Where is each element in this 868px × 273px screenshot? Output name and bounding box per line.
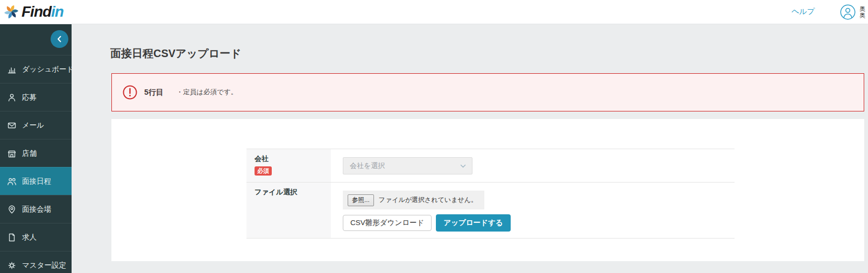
- app-logo[interactable]: Findin: [3, 3, 63, 20]
- sidebar-item-label: 応募: [22, 93, 37, 102]
- alert-message: ・定員は必須です。: [177, 88, 237, 97]
- map-pin-icon: [7, 205, 17, 214]
- logo-wordmark: Findin: [22, 4, 63, 19]
- gear-icon: [7, 261, 17, 270]
- company-select-placeholder: 会社を選択: [350, 161, 385, 171]
- sidebar-item-applications[interactable]: 応募: [0, 83, 72, 111]
- sidebar-item-dashboard[interactable]: ダッシュボード: [0, 55, 72, 83]
- company-field-row: 会社 必須 会社を選択: [246, 149, 735, 182]
- file-field-row: ファイル選択 参照... ファイルが選択されていません。 CSV雛形ダウンロード…: [246, 182, 735, 238]
- sidebar-nav: ダッシュボード 応募 メール 店舗 面接日程 面接会場: [0, 24, 72, 273]
- sidebar-item-interview-venue[interactable]: 面接会場: [0, 195, 72, 223]
- upload-form-card: 会社 必須 会社を選択 ファイル選択: [111, 119, 864, 261]
- file-input[interactable]: 参照... ファイルが選択されていません。: [343, 191, 484, 209]
- required-badge: 必須: [255, 166, 272, 176]
- upload-form-table: 会社 必須 会社を選択 ファイル選択: [246, 149, 735, 239]
- sidebar-item-label: 求人: [22, 233, 37, 242]
- alert-row-label: 5行目: [144, 88, 164, 97]
- user-name[interactable]: 奥 奥: [859, 5, 868, 18]
- sidebar-item-mail[interactable]: メール: [0, 111, 72, 139]
- company-select[interactable]: 会社を選択: [343, 157, 472, 174]
- help-link[interactable]: ヘルプ: [792, 7, 815, 17]
- csv-template-download-button[interactable]: CSV雛形ダウンロード: [343, 215, 432, 231]
- store-icon: [7, 149, 17, 158]
- sidebar-item-interview-schedule[interactable]: 面接日程: [0, 167, 72, 195]
- main-content: 面接日程CSVアップロード 5行目 ・定員は必須です。 会社 必須 会社を選択: [72, 24, 868, 273]
- file-status-text: ファイルが選択されていません。: [379, 195, 477, 205]
- upload-button[interactable]: アップロードする: [436, 214, 510, 232]
- sidebar-item-jobs[interactable]: 求人: [0, 223, 72, 251]
- sidebar-item-label: 面接会場: [22, 205, 51, 214]
- sidebar-item-label: マスター設定: [22, 261, 66, 270]
- chevron-down-icon: [460, 163, 467, 170]
- chevron-left-icon: [55, 35, 63, 43]
- user-avatar-icon[interactable]: [840, 4, 856, 20]
- document-icon: [7, 233, 17, 242]
- mail-icon: [7, 121, 17, 130]
- people-icon: [7, 177, 17, 186]
- person-icon: [7, 93, 17, 102]
- bar-chart-icon: [7, 65, 17, 74]
- sidebar-item-label: 面接日程: [22, 177, 51, 186]
- sidebar-item-stores[interactable]: 店舗: [0, 139, 72, 167]
- file-field-label: ファイル選択: [255, 187, 331, 197]
- app-header: Findin ヘルプ 奥 奥: [0, 0, 868, 24]
- company-field-label: 会社: [255, 154, 331, 164]
- sidebar-collapse-button[interactable]: [51, 30, 68, 48]
- page-title: 面接日程CSVアップロード: [110, 46, 868, 61]
- pinwheel-logo-icon: [3, 3, 20, 20]
- sidebar-item-master-settings[interactable]: マスター設定: [0, 251, 72, 273]
- browse-button[interactable]: 参照...: [348, 194, 374, 206]
- sidebar-item-label: 店舗: [22, 149, 37, 158]
- sidebar-item-label: メール: [22, 121, 44, 130]
- sidebar-item-label: ダッシュボード: [22, 65, 72, 74]
- exclamation-circle-icon: [123, 85, 137, 100]
- validation-error-alert: 5行目 ・定員は必須です。: [111, 73, 864, 111]
